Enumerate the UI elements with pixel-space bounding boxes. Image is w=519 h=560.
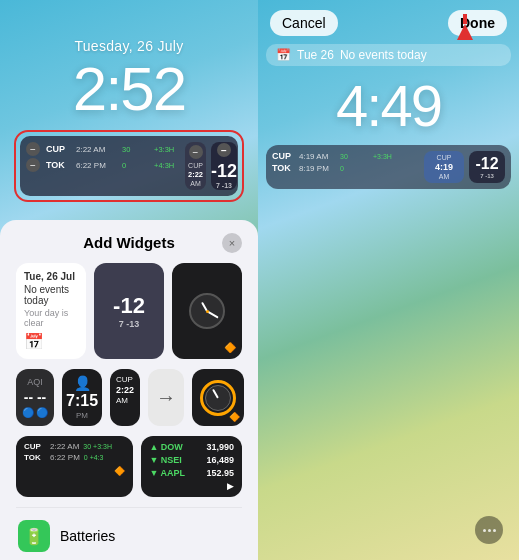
- widget-grid-row1: Tue, 26 Jul No events today Your day is …: [16, 263, 242, 359]
- list-item-batteries[interactable]: 🔋 Batteries: [16, 516, 242, 556]
- aqi-icons: 🔵 🔵: [22, 407, 48, 418]
- cup-modal-widget[interactable]: CUP 2:22 AM: [110, 369, 140, 426]
- inner-clock: [205, 385, 231, 411]
- tok-label: TOK: [46, 160, 70, 170]
- dot1: [483, 529, 486, 532]
- calendar-widget[interactable]: Tue, 26 Jul No events today Your day is …: [16, 263, 86, 359]
- right-date-bar: 📅 Tue 26 No events today: [266, 44, 511, 66]
- left-time: 2:52: [73, 58, 186, 120]
- right-neg12-widget: -12 7 -13: [469, 151, 505, 183]
- nsei-row: ▼ NSEI 16,489: [149, 455, 234, 465]
- widget-inner: − CUP 2:22 AM 30 +3:3H − TOK 6:22 PM 0 +…: [20, 136, 238, 196]
- widget-grid-row3: CUP 2:22 AM 30 +3:3H TOK 6:22 PM 0 +4:3 …: [16, 436, 242, 497]
- modal-header: Add Widgets ×: [16, 234, 242, 251]
- orange-clock-widget[interactable]: 🔶: [192, 369, 244, 426]
- cup-change: 30: [122, 145, 148, 154]
- right-ticker-table: CUP 4:19 AM 30 +3:3H TOK 8:19 PM 0: [272, 151, 419, 183]
- minus-btn-small-cup[interactable]: −: [189, 145, 203, 159]
- arrow-stem: [463, 14, 467, 24]
- widget-highlight-container: − CUP 2:22 AM 30 +3:3H − TOK 6:22 PM 0 +…: [14, 130, 244, 202]
- tok-change2: +4:3H: [154, 161, 180, 170]
- minus-btn-neg12[interactable]: −: [217, 143, 231, 157]
- clock-widget[interactable]: 🔶: [172, 263, 242, 359]
- neg12-modal-widget[interactable]: -12 7 -13: [94, 263, 164, 359]
- dot3: [493, 529, 496, 532]
- right-top-bar: Cancel Done: [258, 0, 519, 40]
- orange-ring: [200, 380, 236, 416]
- clock-face: [189, 293, 225, 329]
- cancel-button[interactable]: Cancel: [270, 10, 338, 36]
- dow-row: ▲ DOW 31,990: [149, 442, 234, 452]
- right-tok-row: TOK 8:19 PM 0: [272, 163, 419, 173]
- left-date: Tuesday, 26 July: [74, 38, 183, 54]
- ticker-modal-widget[interactable]: CUP 2:22 AM 30 +3:3H TOK 6:22 PM 0 +4:3 …: [16, 436, 133, 497]
- time-widget[interactable]: 👤 7:15 PM: [62, 369, 102, 426]
- modal-title: Add Widgets: [83, 234, 175, 251]
- person-icon: 👤: [74, 375, 91, 391]
- tok-change: 0: [122, 161, 148, 170]
- aapl-row: ▼ AAPL 152.95: [149, 468, 234, 478]
- modal-list: 🔋 Batteries 📅 Calendar: [16, 507, 242, 560]
- right-panel: Cancel Done 📅 Tue 26 No events today 4:4…: [258, 0, 519, 560]
- tok-time: 6:22 PM: [76, 161, 116, 170]
- stocks-widget[interactable]: ▲ DOW 31,990 ▼ NSEI 16,489 ▼ AAPL 152.95…: [141, 436, 242, 497]
- right-widget-row: CUP 4:19 AM 30 +3:3H TOK 8:19 PM 0 CUP 4…: [266, 145, 511, 189]
- right-cup-widget: CUP 4:19 AM: [424, 151, 464, 183]
- cup-label: CUP: [46, 144, 70, 154]
- ticker-table: − CUP 2:22 AM 30 +3:3H − TOK 6:22 PM 0 +…: [26, 142, 180, 190]
- right-cup-row: CUP 4:19 AM 30 +3:3H: [272, 151, 419, 161]
- dot2: [488, 529, 491, 532]
- cup-time: 2:22 AM: [76, 145, 116, 154]
- left-panel: Tuesday, 26 July 2:52 − CUP 2:22 AM 30 +…: [0, 0, 258, 560]
- more-options-button[interactable]: [475, 516, 503, 544]
- small-cup-widget: − CUP 2:22 AM: [185, 142, 206, 190]
- calendar-small-icon: 📅: [276, 48, 291, 62]
- cup-change2: +3:3H: [154, 145, 180, 154]
- ticker-row-tok: − TOK 6:22 PM 0 +4:3H: [26, 158, 180, 172]
- right-no-events: No events today: [340, 48, 427, 62]
- minus-btn-tok[interactable]: −: [26, 158, 40, 172]
- right-date: Tue 26: [297, 48, 334, 62]
- arrow-up: [457, 24, 473, 40]
- arrow-indicator: [457, 14, 473, 40]
- batteries-icon: 🔋: [18, 520, 50, 552]
- add-widgets-modal: Add Widgets × Tue, 26 Jul No events toda…: [0, 220, 258, 560]
- widget-grid-row2: AQI -- -- 🔵 🔵 👤 7:15 PM CUP 2:22 AM →: [16, 369, 242, 426]
- neg12-widget-left: − -12 7 -13: [211, 142, 237, 190]
- modal-close-button[interactable]: ×: [222, 233, 242, 253]
- calendar-icon: 📅: [24, 332, 78, 351]
- arrow-widget[interactable]: →: [148, 369, 184, 426]
- ticker-row-cup: − CUP 2:22 AM 30 +3:3H: [26, 142, 180, 156]
- right-time: 4:49: [336, 72, 441, 139]
- aqi-widget[interactable]: AQI -- -- 🔵 🔵: [16, 369, 54, 426]
- clock-center-dot: [206, 310, 209, 313]
- clock2-hour: [212, 388, 219, 398]
- minus-btn-cup[interactable]: −: [26, 142, 40, 156]
